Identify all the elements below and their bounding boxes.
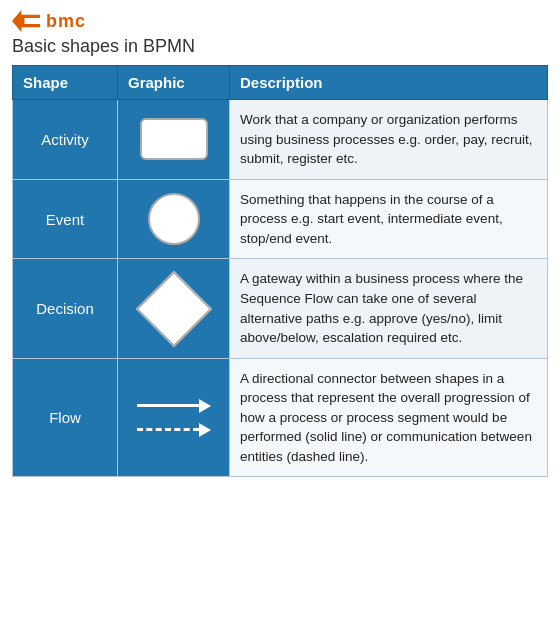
shape-label-event: Event (13, 179, 118, 259)
logo-text: bmc (46, 11, 86, 32)
bmc-logo-icon (12, 10, 40, 32)
shape-label-flow: Flow (13, 358, 118, 477)
table-row: Activity Work that a company or organiza… (13, 100, 548, 180)
flow-graphic-container (128, 391, 219, 445)
dashed-arrow-head (199, 423, 211, 437)
graphic-flow (118, 358, 230, 477)
bpmn-table: Shape Graphic Description Activity Work … (12, 65, 548, 477)
circle-icon (148, 193, 200, 245)
desc-event: Something that happens in the course of … (230, 179, 548, 259)
solid-line (137, 404, 199, 407)
dashed-line (137, 428, 199, 431)
table-header-row: Shape Graphic Description (13, 66, 548, 100)
header-graphic: Graphic (118, 66, 230, 100)
table-row: Flow A directi (13, 358, 548, 477)
table-row: Decision A gateway within a business pro… (13, 259, 548, 358)
dashed-arrow-icon (137, 423, 211, 437)
desc-decision: A gateway within a business process wher… (230, 259, 548, 358)
desc-flow: A directional connector between shapes i… (230, 358, 548, 477)
rectangle-icon (140, 118, 208, 160)
graphic-activity (118, 100, 230, 180)
page-wrapper: bmc Basic shapes in BPMN Shape Graphic D… (0, 0, 560, 487)
header-shape: Shape (13, 66, 118, 100)
desc-activity: Work that a company or organization perf… (230, 100, 548, 180)
activity-graphic-container (128, 118, 219, 160)
table-row: Event Something that happens in the cour… (13, 179, 548, 259)
event-graphic-container (128, 193, 219, 245)
solid-arrow-icon (137, 399, 211, 413)
page-title: Basic shapes in BPMN (12, 36, 548, 57)
header-description: Description (230, 66, 548, 100)
solid-arrow-head (199, 399, 211, 413)
shape-label-decision: Decision (13, 259, 118, 358)
svg-marker-0 (12, 10, 40, 32)
diamond-icon (135, 270, 211, 346)
logo-area: bmc (12, 10, 548, 32)
shape-label-activity: Activity (13, 100, 118, 180)
graphic-decision (118, 259, 230, 358)
graphic-event (118, 179, 230, 259)
decision-graphic-container (130, 276, 217, 342)
